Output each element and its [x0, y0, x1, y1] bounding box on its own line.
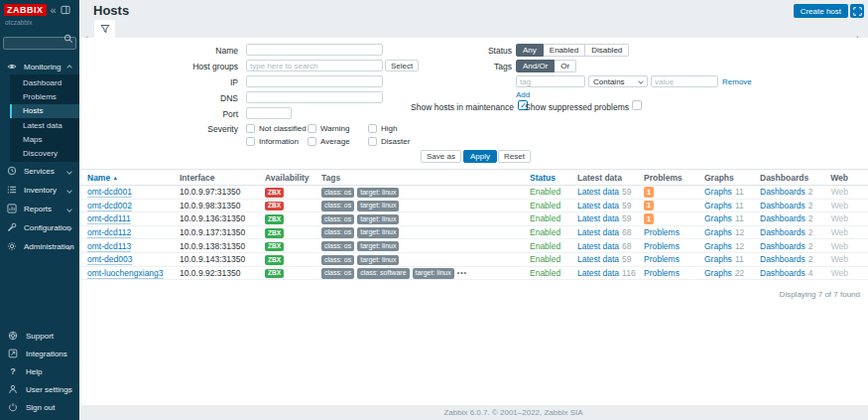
create-host-button[interactable]: Create host	[794, 4, 848, 18]
status-option-enabled[interactable]: Enabled	[544, 44, 585, 57]
sidebar-item-administration[interactable]: Administration	[0, 237, 79, 256]
checkbox[interactable]	[308, 137, 316, 146]
tag-value-input[interactable]	[651, 75, 718, 87]
checkbox[interactable]	[368, 137, 377, 146]
host-groups-input[interactable]	[246, 60, 383, 71]
host-status-link[interactable]: Enabled	[530, 201, 560, 210]
tags-option-or[interactable]: Or	[555, 60, 576, 72]
sidebar-item-maps[interactable]: Maps	[10, 132, 79, 146]
collapse-sidebar-icon[interactable]: «	[51, 6, 57, 15]
checkbox[interactable]	[368, 124, 377, 133]
tag-operator-select[interactable]: Contains	[588, 75, 648, 87]
kiosk-mode-button[interactable]	[850, 4, 864, 18]
column-status[interactable]: Status	[530, 173, 556, 183]
problems-count-badge[interactable]: 1	[644, 201, 654, 211]
host-status-link[interactable]: Enabled	[530, 227, 560, 237]
graphs-link[interactable]: Graphs	[704, 241, 732, 251]
host-status-link[interactable]: Enabled	[530, 268, 560, 278]
suppressed-checkbox[interactable]	[632, 100, 642, 110]
dashboards-link[interactable]: Dashboards	[760, 241, 806, 251]
latest-data-link[interactable]: Latest data	[577, 187, 619, 197]
sidebar-item-help[interactable]: ? Help	[0, 362, 79, 380]
filter-tab[interactable]	[94, 20, 115, 38]
select-host-groups-button[interactable]: Select	[385, 60, 419, 71]
sidebar-item-monitoring[interactable]: Monitoring	[0, 59, 79, 74]
sidebar-item-problems[interactable]: Problems	[10, 89, 79, 103]
graphs-link[interactable]: Graphs	[704, 213, 732, 223]
dashboards-link[interactable]: Dashboards	[760, 268, 806, 278]
problems-count-badge[interactable]: 1	[644, 213, 654, 224]
severity-information[interactable]: Information	[246, 135, 308, 147]
latest-data-link[interactable]: Latest data	[577, 213, 619, 223]
hide-sidebar-icon[interactable]	[61, 5, 70, 15]
reset-button[interactable]: Reset	[498, 150, 531, 163]
ip-input[interactable]	[246, 75, 383, 87]
sidebar-item-discovery[interactable]: Discovery	[10, 146, 79, 160]
dashboards-link[interactable]: Dashboards	[760, 254, 806, 264]
graphs-link[interactable]: Graphs	[704, 201, 732, 210]
sidebar-item-user-settings[interactable]: User settings	[0, 380, 79, 398]
severity-high[interactable]: High	[368, 122, 437, 134]
column-name[interactable]: Name	[87, 173, 110, 183]
add-tag-link[interactable]: Add	[516, 90, 530, 99]
status-option-disabled[interactable]: Disabled	[585, 44, 629, 57]
latest-data-link[interactable]: Latest data	[577, 254, 619, 264]
checkbox[interactable]	[246, 124, 255, 133]
severity-average[interactable]: Average	[308, 135, 368, 147]
tags-option-andor[interactable]: And/Or	[516, 60, 555, 72]
severity-disaster[interactable]: Disaster	[368, 135, 437, 147]
remove-tag-link[interactable]: Remove	[722, 77, 752, 86]
dashboards-link[interactable]: Dashboards	[760, 213, 806, 223]
apply-button[interactable]: Apply	[463, 150, 497, 163]
graphs-link[interactable]: Graphs	[704, 227, 732, 237]
problems-count-badge[interactable]: 1	[644, 187, 654, 198]
sidebar-item-dashboard[interactable]: Dashboard	[10, 75, 79, 89]
problems-link[interactable]: Problems	[644, 268, 680, 278]
latest-data-link[interactable]: Latest data	[577, 268, 619, 278]
host-status-link[interactable]: Enabled	[530, 254, 560, 264]
problems-link[interactable]: Problems	[644, 241, 680, 251]
graphs-link[interactable]: Graphs	[704, 187, 732, 197]
latest-data-link[interactable]: Latest data	[577, 201, 619, 210]
sidebar-item-support[interactable]: Support	[0, 327, 79, 345]
sidebar-item-configuration[interactable]: Configuration	[0, 218, 79, 237]
latest-data-link[interactable]: Latest data	[577, 227, 619, 237]
status-option-any[interactable]: Any	[516, 44, 544, 57]
search-icon[interactable]	[63, 34, 73, 44]
dashboards-link[interactable]: Dashboards	[760, 201, 806, 210]
problems-link[interactable]: Problems	[644, 227, 680, 237]
problems-link[interactable]: Problems	[644, 254, 680, 264]
sidebar-item-services[interactable]: Services	[0, 162, 79, 181]
graphs-link[interactable]: Graphs	[704, 254, 732, 264]
host-name-link[interactable]: omt-dcd001	[87, 187, 132, 198]
host-status-link[interactable]: Enabled	[530, 213, 560, 223]
host-name-link[interactable]: omt-dcd113	[87, 241, 131, 252]
dashboards-link[interactable]: Dashboards	[760, 187, 806, 197]
severity-warning[interactable]: Warning	[308, 122, 368, 134]
dashboards-link[interactable]: Dashboards	[760, 227, 806, 237]
host-name-link[interactable]: omt-ded003	[87, 254, 132, 265]
more-tags-icon[interactable]: •••	[457, 269, 467, 276]
sidebar-item-integrations[interactable]: Integrations	[0, 345, 79, 362]
checkbox[interactable]	[308, 124, 316, 133]
sidebar-item-hosts[interactable]: Hosts	[10, 104, 79, 118]
severity-not-classified[interactable]: Not classified	[246, 122, 308, 134]
host-status-link[interactable]: Enabled	[530, 241, 560, 251]
sidebar-item-inventory[interactable]: Inventory	[0, 181, 79, 200]
save-as-button[interactable]: Save as	[421, 150, 461, 163]
name-filter-input[interactable]	[246, 44, 383, 56]
host-name-link[interactable]: omt-luochengxiang3	[87, 268, 164, 279]
tag-name-input[interactable]	[516, 75, 585, 87]
zabbix-logo[interactable]: ZABBIX	[4, 4, 47, 16]
latest-data-link[interactable]: Latest data	[577, 241, 619, 251]
host-name-link[interactable]: omt-dcd111	[87, 213, 131, 224]
graphs-link[interactable]: Graphs	[704, 268, 732, 278]
sidebar-item-reports[interactable]: Reports	[0, 200, 79, 218]
sidebar-item-latest-data[interactable]: Latest data	[10, 118, 79, 132]
host-name-link[interactable]: omt-dcd002	[87, 201, 132, 211]
sidebar-item-sign-out[interactable]: Sign out	[0, 398, 79, 416]
host-name-link[interactable]: omt-dcd112	[87, 227, 131, 238]
checkbox[interactable]	[246, 137, 255, 146]
port-input[interactable]	[246, 107, 292, 119]
host-status-link[interactable]: Enabled	[530, 187, 560, 197]
